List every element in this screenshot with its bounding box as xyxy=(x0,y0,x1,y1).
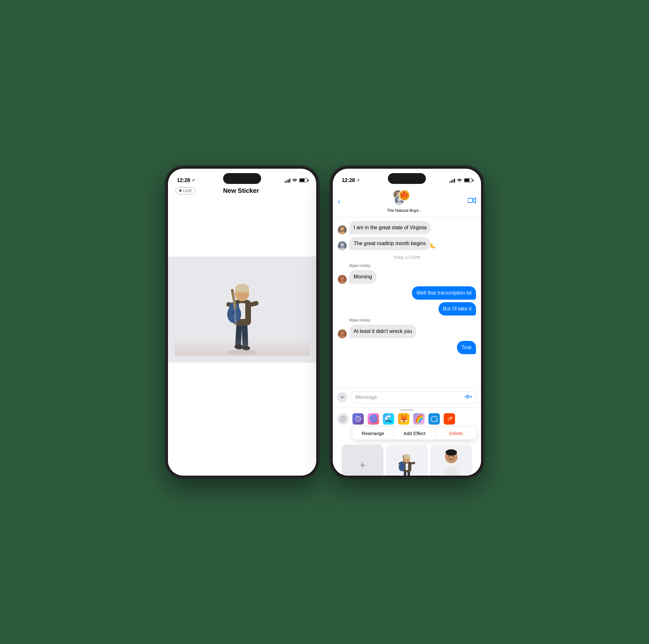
svg-point-58 xyxy=(401,465,403,467)
sender-name-2: Myke Hurley xyxy=(349,318,476,322)
svg-rect-35 xyxy=(466,395,467,398)
status-time-right: 12:28 xyxy=(342,177,355,184)
message-row: But I'll take it xyxy=(338,302,476,316)
message-row: Well that transcription lol xyxy=(338,286,476,299)
messages-list: I am in the great state of Virginia The … xyxy=(333,217,481,388)
back-button[interactable]: ‹ xyxy=(338,197,340,206)
video-call-button[interactable] xyxy=(468,197,476,206)
sticker-header: LIVE New Sticker xyxy=(168,187,316,199)
dynamic-island xyxy=(223,173,261,184)
input-placeholder: iMessage xyxy=(355,395,377,400)
svg-rect-34 xyxy=(465,396,466,397)
svg-rect-36 xyxy=(467,395,468,399)
svg-point-32 xyxy=(340,331,344,335)
avatar-msg3 xyxy=(338,275,347,284)
typing-indicator: 🦶 xyxy=(430,243,436,249)
sticker-canvas-bottom xyxy=(168,362,316,468)
add-sticker-button[interactable]: Add Sticker xyxy=(276,475,307,476)
message-row: Morning xyxy=(338,270,476,283)
group-name: The Natural Boys xyxy=(387,208,419,213)
sticker-app-reddit[interactable] xyxy=(444,413,455,425)
rearrange-button[interactable]: Rearrange xyxy=(352,427,394,440)
scroll-handle xyxy=(400,409,413,411)
svg-rect-8 xyxy=(249,300,259,307)
message-row: True xyxy=(338,341,476,354)
add-sticker-cell[interactable]: + xyxy=(342,445,383,476)
sticker-app-6[interactable] xyxy=(428,413,440,425)
status-icons-right xyxy=(449,177,472,183)
sticker-bar: 🌀 🌊 🦊 🌈 Rearrange Add Effect Delete xyxy=(333,407,481,476)
message-text-2: The great roadtrip month begins xyxy=(354,241,426,246)
avatar-msg1 xyxy=(338,226,347,234)
right-phone: 12:28 ↗ ‹ xyxy=(331,167,483,478)
svg-point-28 xyxy=(340,243,344,247)
sticker-app-2[interactable]: 🌀 xyxy=(367,413,379,425)
messages-header: ‹ 🍁 xyxy=(333,187,481,217)
add-effect-button[interactable]: Add Effect xyxy=(394,427,435,440)
svg-point-26 xyxy=(340,227,344,231)
svg-rect-39 xyxy=(471,396,472,398)
sticker-app-3[interactable]: 🌊 xyxy=(383,413,394,425)
sticker-canvas-white-top xyxy=(168,199,316,256)
message-text-3: Morning xyxy=(354,274,372,279)
sticker-cell-guitarist[interactable] xyxy=(386,445,428,476)
live-dot xyxy=(179,189,182,192)
signal-icon-right xyxy=(449,178,455,183)
avatar-msg2 xyxy=(338,241,347,250)
group-info[interactable]: 🍁 The Natural Boys › xyxy=(387,190,421,213)
svg-point-16 xyxy=(243,287,249,292)
sticker-title: New Sticker xyxy=(196,187,287,194)
message-bubble-1: I am in the great state of Virginia xyxy=(349,221,431,234)
message-input[interactable]: iMessage xyxy=(350,391,477,404)
message-bubble-6: At least it didn't wreck you xyxy=(349,325,417,338)
delete-button[interactable]: Delete xyxy=(435,427,477,440)
svg-rect-37 xyxy=(469,395,469,398)
sticker-grid: + xyxy=(337,442,477,476)
live-badge: LIVE xyxy=(176,187,196,194)
sticker-app-1[interactable] xyxy=(352,413,364,425)
svg-point-62 xyxy=(403,455,406,458)
svg-rect-53 xyxy=(406,463,408,470)
messages-screen: ‹ 🍁 xyxy=(333,187,481,476)
input-area: + iMessage xyxy=(333,388,481,407)
svg-point-63 xyxy=(407,455,410,458)
message-row: At least it didn't wreck you xyxy=(338,325,476,338)
location-icon-left: ↗ xyxy=(191,178,195,183)
svg-point-33 xyxy=(339,335,346,338)
group-avatars: 🍁 xyxy=(393,190,415,205)
wifi-icon-left xyxy=(292,178,297,183)
sticker-canvas-gray xyxy=(168,256,316,362)
svg-point-68 xyxy=(449,456,450,457)
message-bubble-5: But I'll take it xyxy=(439,302,476,316)
message-row: The great roadtrip month begins 🦶 xyxy=(338,237,476,250)
sticker-footer: Cancel Add Sticker xyxy=(168,468,316,476)
guitarist-sticker-svg xyxy=(394,448,420,476)
recents-icon[interactable] xyxy=(337,413,349,425)
sticker-app-4[interactable]: 🦊 xyxy=(398,413,409,425)
location-icon-right: ↗ xyxy=(356,178,360,183)
live-label: LIVE xyxy=(183,188,192,193)
wifi-icon-right xyxy=(457,177,462,183)
plus-icon: + xyxy=(360,459,366,471)
battery-icon-right xyxy=(464,178,472,182)
status-time-left: 12:28 xyxy=(177,177,190,184)
context-menu: Rearrange Add Effect Delete xyxy=(352,427,477,440)
svg-point-31 xyxy=(339,281,346,284)
right-screen: 12:28 ↗ ‹ xyxy=(333,169,481,476)
message-text-6: At least it didn't wreck you xyxy=(354,328,412,334)
cancel-button[interactable]: Cancel xyxy=(177,475,194,476)
svg-rect-55 xyxy=(411,461,416,464)
sticker-cell-person[interactable] xyxy=(430,445,472,476)
new-sticker-screen: LIVE New Sticker xyxy=(168,187,316,476)
avatar-maple: 🍁 xyxy=(399,190,410,201)
message-bubble-2: The great roadtrip month begins 🦶 xyxy=(349,237,430,250)
svg-point-70 xyxy=(445,449,457,456)
svg-rect-38 xyxy=(470,396,471,397)
left-screen: 12:28 ↗ xyxy=(168,169,316,476)
signal-icon-left xyxy=(285,178,290,183)
plus-button[interactable]: + xyxy=(337,392,347,402)
svg-point-43 xyxy=(448,418,449,419)
message-bubble-3: Morning xyxy=(349,270,377,283)
sticker-app-5[interactable]: 🌈 xyxy=(413,413,425,425)
svg-point-30 xyxy=(340,277,344,280)
